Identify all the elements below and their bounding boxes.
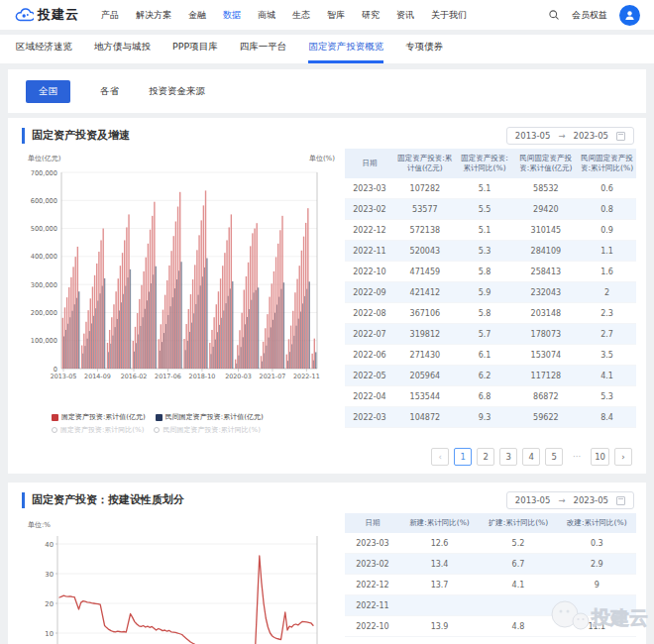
table-cell: 5.1 — [456, 178, 514, 199]
svg-text:2021-07: 2021-07 — [260, 373, 286, 380]
page-prev-button[interactable]: ‹ — [431, 448, 449, 466]
table-cell: 5.8 — [456, 262, 514, 282]
table-cell: 319812 — [394, 324, 456, 345]
section1-date-range-picker[interactable]: 2013-05 → 2023-05 — [506, 127, 634, 145]
filter-button-各省[interactable]: 各省 — [100, 85, 119, 98]
search-icon[interactable] — [548, 9, 560, 21]
subnav-tabs: 区域经济速览地方债与城投PPP项目库四库一平台固定资产投资概览专项债券 — [0, 35, 654, 63]
svg-text:700,000: 700,000 — [31, 169, 57, 177]
nav-item-研究[interactable]: 研究 — [362, 9, 380, 22]
construction-table-wrap: 日期新建:累计同比(%)扩建:累计同比(%)改建:累计同比(%) 2023-03… — [343, 511, 646, 637]
construction-table: 日期新建:累计同比(%)扩建:累计同比(%)改建:累计同比(%) 2023-03… — [345, 513, 636, 637]
table-cell: 2022-12 — [345, 220, 394, 241]
table-row: 2023-031072825.1585320.6 — [345, 178, 636, 199]
table-cell: 310145 — [514, 220, 579, 241]
nav-item-产品[interactable]: 产品 — [101, 9, 119, 22]
logo[interactable]: 投建云 — [14, 5, 79, 25]
table-cell: 6.1 — [456, 345, 514, 366]
table-cell: 104872 — [394, 407, 456, 428]
table-cell: 8.4 — [578, 407, 636, 428]
page-button-5[interactable]: 5 — [545, 448, 563, 466]
subnav-tab-四库一平台[interactable]: 四库一平台 — [240, 41, 287, 63]
filter-button-投资资金来源[interactable]: 投资资金来源 — [149, 85, 205, 98]
table-cell: 572138 — [394, 220, 456, 241]
nav-item-解决方案[interactable]: 解决方案 — [136, 9, 171, 22]
table-cell: 2023-02 — [345, 554, 400, 575]
nav-item-关于我们[interactable]: 关于我们 — [431, 9, 467, 22]
table-cell: 2022-09 — [345, 282, 394, 303]
page-button-4[interactable]: 4 — [522, 448, 540, 466]
legend-item-民间固定资产投资:累计同比(%)[interactable]: 民间固定资产投资:累计同比(%) — [154, 425, 260, 435]
table-cell: 117128 — [514, 366, 579, 386]
table-cell: 6.2 — [456, 366, 514, 386]
nav-item-智库[interactable]: 智库 — [327, 9, 345, 22]
table-cell: 1.1 — [578, 241, 636, 262]
table-cell: 5.1 — [456, 220, 514, 241]
section2-date-range-picker[interactable]: 2013-05 → 2023-05 — [506, 491, 634, 509]
page-button-10[interactable]: 10 — [591, 448, 609, 466]
svg-text:单位(%): 单位(%) — [309, 155, 335, 162]
avatar[interactable] — [619, 5, 640, 26]
table-cell: 4.8 — [479, 616, 557, 637]
table-cell: 6.8 — [456, 386, 514, 407]
page-button-3[interactable]: 3 — [499, 448, 517, 466]
nav-item-资讯[interactable]: 资讯 — [396, 9, 414, 22]
nav-item-金融[interactable]: 金融 — [188, 9, 206, 22]
table-row: 2022-041535446.8868725.3 — [345, 386, 636, 407]
calendar-icon — [616, 496, 625, 505]
subnav-tab-专项债券[interactable]: 专项债券 — [405, 41, 443, 63]
subnav-tab-地方债与城投[interactable]: 地方债与城投 — [94, 41, 151, 63]
table-cell: 0.8 — [578, 199, 636, 220]
column-header: 固定资产投资:累计值(亿元) — [394, 149, 456, 178]
page-button-1[interactable]: 1 — [454, 448, 472, 466]
table-row: 2022-052059646.21171284.1 — [345, 366, 636, 386]
nav-item-商城[interactable]: 商城 — [258, 9, 275, 22]
investment-table: 日期固定资产投资:累计值(亿元)固定资产投资:累计同比(%)民间固定资产投资:累… — [345, 149, 636, 428]
table-cell: 5.3 — [456, 241, 514, 262]
column-header: 改建:累计同比(%) — [558, 513, 636, 533]
table-cell: 13.9 — [400, 616, 479, 637]
bar-chart-legend: 固定资产投资:累计值(亿元)民间固定资产投资:累计值(亿元)固定资产投资:累计同… — [8, 410, 343, 435]
subnav-tab-PPP项目库[interactable]: PPP项目库 — [172, 41, 218, 63]
page-button-2[interactable]: 2 — [477, 448, 494, 466]
date-end: 2023-05 — [573, 495, 608, 505]
main-nav: 产品解决方案金融数据商城生态智库研究资讯关于我们 — [101, 9, 548, 22]
nav-item-生态[interactable]: 生态 — [292, 9, 310, 22]
page-next-button[interactable]: › — [614, 448, 632, 466]
svg-text:100,000: 100,000 — [31, 337, 57, 345]
logo-text: 投建云 — [38, 6, 79, 24]
table-cell: 520043 — [394, 241, 456, 262]
legend-item-民间固定资产投资:累计值(亿元)[interactable]: 民间固定资产投资:累计值(亿元) — [156, 412, 264, 422]
table-cell: 2022-08 — [345, 303, 394, 324]
table-cell: 0.3 — [558, 533, 636, 554]
table-cell: 367106 — [394, 303, 456, 324]
page-button-···: ··· — [568, 448, 586, 466]
column-header: 日期 — [345, 513, 400, 533]
table-row: 2022-125721385.13101450.9 — [345, 220, 636, 241]
svg-text:2017-06: 2017-06 — [155, 373, 181, 380]
table-cell: 2023-03 — [345, 178, 394, 199]
member-benefits-link[interactable]: 会员权益 — [572, 9, 607, 22]
calendar-icon — [616, 132, 625, 141]
table-cell: 107282 — [394, 178, 456, 199]
section-construction-type: 固定资产投资：按建设性质划分 2013-05 → 2023-05 单位:%403… — [8, 483, 646, 644]
bar-chart-svg: 单位(亿元)单位(%)700,000600,000500,000400,0003… — [8, 147, 343, 406]
subnav-tab-固定资产投资概览[interactable]: 固定资产投资概览 — [308, 41, 383, 63]
legend-label: 固定资产投资:累计值(亿元) — [61, 412, 146, 422]
legend-item-固定资产投资:累计值(亿元)[interactable]: 固定资产投资:累计值(亿元) — [52, 412, 146, 422]
nav-item-数据[interactable]: 数据 — [223, 9, 241, 22]
circle-marker — [52, 427, 57, 433]
filter-button-全国[interactable]: 全国 — [26, 80, 70, 103]
column-header: 固定资产投资:累计同比(%) — [456, 149, 514, 178]
table-cell: 2022-10 — [345, 616, 400, 637]
table-row: 2022-062714306.11530743.5 — [345, 345, 636, 366]
pagination: ‹12345···10› — [431, 448, 632, 466]
table-cell: 5.3 — [578, 386, 636, 407]
subnav-tab-区域经济速览[interactable]: 区域经济速览 — [16, 41, 72, 63]
table-cell: 5.8 — [456, 303, 514, 324]
legend-item-固定资产投资:累计同比(%)[interactable]: 固定资产投资:累计同比(%) — [52, 425, 144, 435]
table-cell: 205964 — [394, 366, 456, 386]
table-cell: 2022-11 — [345, 595, 400, 616]
table-row: 2023-0213.46.72.9 — [345, 554, 636, 575]
table-row: 2022-073198125.71780732.7 — [345, 324, 636, 345]
